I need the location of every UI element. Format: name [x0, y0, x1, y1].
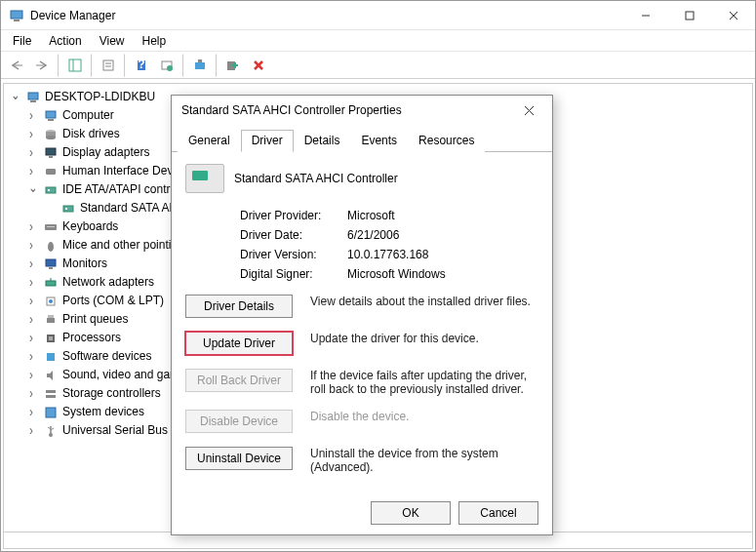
dialog-tabs: General Driver Details Events Resources — [172, 125, 552, 152]
add-hardware-button[interactable] — [221, 54, 245, 77]
svg-rect-25 — [30, 100, 36, 102]
tree-item-label: Computer — [62, 106, 114, 125]
separator — [216, 54, 218, 77]
separator — [58, 54, 60, 77]
ports-icon — [43, 294, 59, 309]
separator — [182, 54, 184, 77]
svg-rect-37 — [65, 208, 67, 210]
uninstall-button[interactable] — [247, 54, 270, 77]
signer-label: Digital Signer: — [240, 267, 347, 281]
uninstall-device-button[interactable]: Uninstall Device — [185, 447, 293, 470]
svg-rect-1 — [14, 20, 20, 21]
svg-rect-33 — [46, 169, 56, 175]
properties-button[interactable] — [97, 54, 120, 77]
action-button[interactable] — [155, 54, 179, 77]
dialog-close-button[interactable] — [515, 97, 542, 124]
show-hide-tree-button[interactable] — [63, 54, 87, 77]
svg-point-30 — [46, 136, 56, 139]
svg-rect-39 — [47, 226, 55, 227]
version-value: 10.0.17763.168 — [347, 248, 428, 261]
rollback-driver-desc: If the device fails after updating the d… — [310, 369, 538, 396]
tree-item-label: Disk drives — [62, 125, 120, 143]
tab-details[interactable]: Details — [294, 130, 351, 152]
titlebar: Device Manager — [1, 1, 755, 30]
dialog-titlebar: Standard SATA AHCI Controller Properties — [172, 96, 552, 125]
tree-item-label: Print queues — [62, 310, 128, 329]
tree-item-label: Monitors — [62, 255, 107, 273]
uninstall-device-desc: Uninstall the device from the system (Ad… — [310, 447, 538, 474]
svg-rect-31 — [46, 148, 56, 155]
date-label: Driver Date: — [240, 228, 347, 242]
provider-value: Microsoft — [347, 209, 395, 222]
separator — [91, 54, 93, 77]
close-button[interactable] — [711, 1, 755, 29]
svg-text:?: ? — [138, 59, 144, 71]
signer-value: Microsoft Windows — [347, 267, 446, 281]
tree-item-label: Software devices — [62, 347, 151, 366]
help-button[interactable]: ? — [130, 54, 153, 77]
menu-action[interactable]: Action — [41, 32, 89, 50]
svg-rect-47 — [47, 318, 55, 323]
svg-point-40 — [48, 242, 54, 252]
svg-rect-54 — [46, 408, 56, 417]
tree-item-label: Network adapters — [62, 273, 154, 292]
minimize-button[interactable] — [623, 1, 667, 29]
menu-file[interactable]: File — [5, 32, 39, 50]
back-button[interactable] — [5, 54, 28, 77]
provider-label: Driver Provider: — [240, 209, 347, 222]
window-title: Device Manager — [30, 9, 623, 22]
hid-icon — [43, 164, 59, 179]
monitor-icon — [43, 256, 59, 272]
svg-rect-27 — [48, 119, 54, 121]
svg-rect-26 — [46, 111, 56, 118]
toolbar: ? — [1, 52, 755, 79]
menu-help[interactable]: Help — [135, 32, 175, 50]
menu-view[interactable]: View — [92, 32, 133, 50]
svg-rect-53 — [46, 395, 56, 398]
svg-rect-18 — [198, 59, 202, 62]
version-label: Driver Version: — [240, 248, 347, 261]
update-driver-button[interactable]: Update Driver — [185, 332, 293, 355]
svg-rect-24 — [28, 93, 38, 99]
tab-general[interactable]: General — [178, 130, 241, 152]
ide-icon — [60, 201, 76, 217]
svg-rect-0 — [11, 11, 22, 19]
tab-events[interactable]: Events — [350, 130, 408, 152]
tree-item-label: Display adapters — [62, 143, 149, 162]
svg-rect-50 — [49, 336, 53, 340]
svg-rect-43 — [46, 281, 56, 286]
svg-rect-36 — [63, 206, 73, 212]
computer-icon — [43, 108, 59, 124]
sound-icon — [43, 368, 59, 383]
maximize-button[interactable] — [667, 1, 711, 29]
svg-rect-3 — [686, 12, 694, 20]
svg-point-16 — [167, 65, 173, 71]
tab-resources[interactable]: Resources — [408, 130, 485, 152]
keyboard-icon — [43, 219, 59, 235]
disable-device-desc: Disable the device. — [310, 410, 538, 423]
separator — [124, 54, 126, 77]
svg-rect-52 — [46, 390, 56, 393]
svg-rect-35 — [48, 189, 50, 191]
device-manager-window: Device Manager File Action View Help ? — [0, 0, 756, 552]
forward-button[interactable] — [30, 54, 54, 77]
scan-hardware-button[interactable] — [188, 54, 212, 77]
tree-item-label: Storage controllers — [62, 384, 161, 403]
date-value: 6/21/2006 — [347, 228, 399, 242]
tree-item-label: Keyboards — [62, 217, 118, 236]
computer-icon — [25, 90, 41, 105]
ok-button[interactable]: OK — [371, 501, 451, 525]
svg-rect-34 — [46, 187, 56, 193]
display-icon — [43, 145, 59, 161]
svg-rect-17 — [195, 62, 205, 69]
svg-rect-41 — [46, 259, 56, 266]
svg-rect-42 — [49, 267, 53, 269]
driver-details-button[interactable]: Driver Details — [185, 295, 293, 318]
tab-content: Standard SATA AHCI Controller Driver Pro… — [172, 152, 552, 499]
mouse-icon — [43, 238, 59, 254]
usb-icon — [43, 423, 59, 439]
device-name: Standard SATA AHCI Controller — [234, 172, 398, 185]
tab-driver[interactable]: Driver — [241, 130, 294, 152]
system-icon — [43, 405, 59, 420]
cancel-button[interactable]: Cancel — [458, 501, 538, 525]
